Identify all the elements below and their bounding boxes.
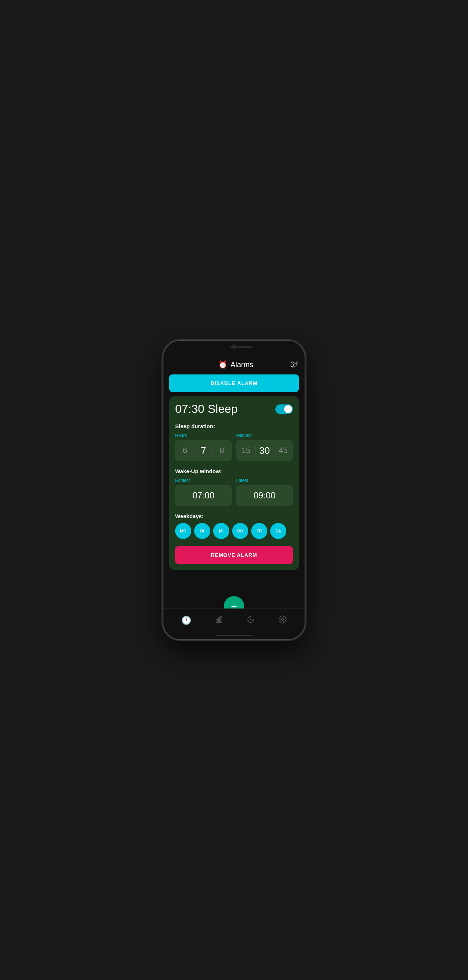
weekday-di[interactable]: DI [194,523,210,539]
svg-rect-1 [218,617,220,622]
alarm-clock-icon: ⏰ [218,360,228,369]
app-title: Alarms [230,361,253,369]
earliest-group: Earliest 07:00 [175,478,232,506]
bottom-nav: 🕐 [164,608,304,632]
weekday-fr[interactable]: FR [251,523,267,539]
hours-picker[interactable]: 6 7 8 [175,440,232,461]
weekday-sa[interactable]: SA [270,523,286,539]
minutes-next: 45 [275,446,291,455]
header-right-icon[interactable]: 🕊 [291,360,299,369]
stats-icon [215,616,223,626]
home-indicator [164,632,304,639]
fab-area: + [164,590,304,608]
alarm-time-label: 07:30 Sleep [175,402,238,416]
hours-prev: 6 [177,446,193,455]
app-title-area: ⏰ Alarms [181,360,291,369]
moon-icon [247,616,255,626]
minutes-picker[interactable]: 15 30 45 [236,440,293,461]
latest-group: Latest 09:00 [236,478,293,506]
svg-rect-2 [220,616,222,622]
bottom-spacer [164,576,304,590]
app-header: ⏰ Alarms 🕊 [164,355,304,373]
phone-screen: ⏰ Alarms 🕊 DISABLE ALARM 07:30 Sleep Sle… [164,341,304,639]
hours-selected: 7 [195,445,212,457]
nav-item-stats[interactable] [209,612,229,628]
duration-row: Hours 6 7 8 Minutes 15 [175,433,293,461]
wakeup-label: Wake-Up window: [175,468,293,474]
latest-time-box[interactable]: 09:00 [236,485,293,506]
plus-icon: + [231,600,237,608]
svg-point-3 [282,618,284,620]
wakeup-row: Earliest 07:00 Latest 09:00 [175,478,293,506]
alarm-toggle[interactable] [275,404,293,414]
clock-icon: 🕐 [181,616,191,625]
minutes-picker-group: Minutes 15 30 45 [236,433,293,461]
hours-divider2 [212,445,213,456]
hours-next: 8 [213,446,230,455]
hours-divider1 [194,445,194,456]
minutes-divider2 [274,445,274,456]
minutes-divider1 [255,445,256,456]
weekday-mi[interactable]: MI [213,523,229,539]
home-bar [216,635,252,636]
add-alarm-fab[interactable]: + [224,596,244,608]
earliest-label: Earliest [175,478,232,483]
app-content: ⏰ Alarms 🕊 DISABLE ALARM 07:30 Sleep Sle… [164,355,304,608]
nav-item-alarms[interactable]: 🕐 [175,613,197,628]
weekdays-section: Weekdays: MO DI MI DO FR SA [175,513,293,539]
alarm-card: 07:30 Sleep Sleep duration: Hours 6 7 [169,396,299,570]
alarm-card-header: 07:30 Sleep [175,402,293,416]
weekday-buttons: MO DI MI DO FR SA [175,523,293,539]
hours-label: Hours [175,433,232,438]
minutes-label: Minutes [236,433,293,438]
weekdays-label: Weekdays: [175,513,293,519]
svg-rect-0 [216,619,218,622]
minutes-selected: 30 [256,445,273,457]
latest-time: 09:00 [253,490,275,501]
disable-alarm-button[interactable]: DISABLE ALARM [169,374,299,392]
status-bar [164,341,304,355]
remove-alarm-button[interactable]: REMOVE ALARM [175,546,293,564]
phone-device: ⏰ Alarms 🕊 DISABLE ALARM 07:30 Sleep Sle… [163,340,305,640]
nav-item-sleep[interactable] [241,612,261,628]
earliest-time: 07:00 [192,490,214,501]
hours-picker-group: Hours 6 7 8 [175,433,232,461]
wakeup-section: Wake-Up window: Earliest 07:00 Latest 09… [175,468,293,506]
earliest-time-box[interactable]: 07:00 [175,485,232,506]
toggle-knob [284,405,292,413]
minutes-prev: 15 [238,446,255,455]
gear-icon [279,616,287,626]
sleep-duration-label: Sleep duration: [175,423,293,429]
latest-label: Latest [236,478,293,483]
speaker-grille [230,346,252,348]
nav-item-settings[interactable] [273,612,293,628]
weekday-do[interactable]: DO [232,523,248,539]
weekday-mo[interactable]: MO [175,523,191,539]
